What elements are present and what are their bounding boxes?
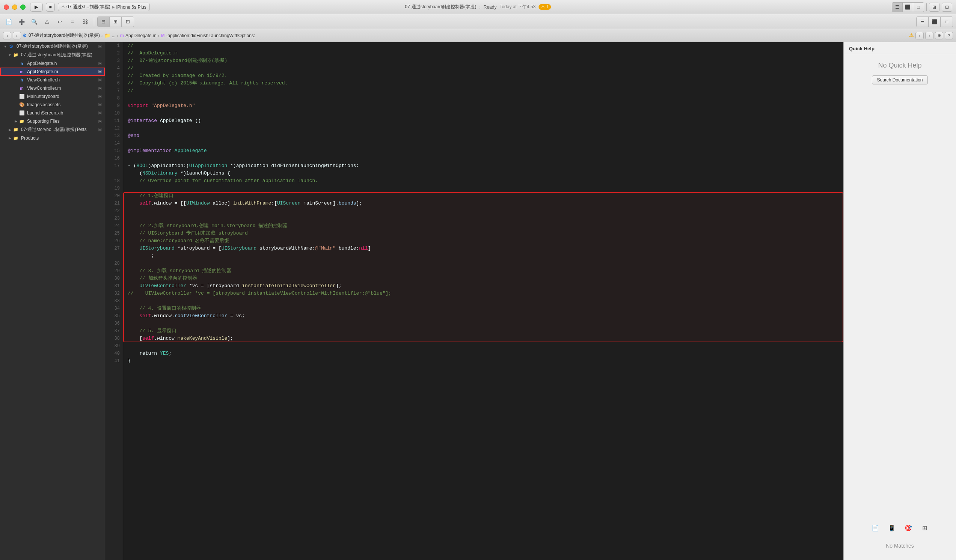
sidebar-item-main-group[interactable]: ▼ 📁 07-通过storyboard创建控制器(掌握) xyxy=(0,51,105,59)
supporting-folder-icon: 📁 xyxy=(19,118,25,124)
inspector-view-btn[interactable]: □ xyxy=(913,3,924,12)
sidebar-item-tests[interactable]: ▶ 📁 07-通过storybo...制器(掌握)Tests M xyxy=(0,125,105,134)
code-line-27b: ; xyxy=(128,252,839,260)
sidebar-item-images-xcassets[interactable]: 🎨 Images.xcassets M xyxy=(0,100,105,109)
file-navigator: ▼ ⚙ 07-通过storyboard创建控制器(掌握) M ▼ 📁 07-通过… xyxy=(0,42,105,560)
scheme-selector[interactable]: ⚠ 07-通过st...制器(掌握) ▶ iPhone 6s Plus xyxy=(58,3,150,11)
root-badge: M xyxy=(98,44,102,49)
line-28: 28 xyxy=(105,260,123,267)
line-14: 14 xyxy=(105,140,123,147)
split-view-btn[interactable]: ⊞ xyxy=(929,3,939,12)
qh-file-icon-btn[interactable]: 📄 xyxy=(870,522,881,533)
sidebar-item-viewcontroller-m[interactable]: m ViewController.m M xyxy=(0,84,105,93)
qh-device-icon-btn[interactable]: 📱 xyxy=(887,522,897,533)
navigator-view-btn[interactable]: ☰ xyxy=(892,3,903,12)
nav-forward-btn[interactable]: › xyxy=(13,32,21,39)
breadcrumb-method[interactable]: M -application:didFinishLaunchingWithOpt… xyxy=(161,33,255,38)
device-name: iPhone 6s Plus xyxy=(116,5,146,10)
maximize-button[interactable] xyxy=(20,5,25,10)
code-content[interactable]: // // AppDelegate.m // 07-通过storyboard创建… xyxy=(123,42,843,560)
m-file-icon-sidebar: m xyxy=(19,69,25,75)
sidebar-item-viewcontroller-h[interactable]: h ViewController.h M xyxy=(0,76,105,84)
code-line-1: // xyxy=(128,42,839,50)
hide-inspector-btn[interactable]: □ xyxy=(940,17,953,27)
code-line-23 xyxy=(128,215,839,222)
run-button[interactable]: ▶ xyxy=(30,3,43,12)
line-40: 40 xyxy=(105,350,123,357)
code-line-12 xyxy=(128,125,839,132)
line-17: 17 xyxy=(105,162,123,169)
code-line-11: @interface AppDelegate () xyxy=(128,117,839,125)
code-line-19 xyxy=(128,185,839,192)
code-line-32: // UIViewController *vc = [stroyboard in… xyxy=(128,290,839,297)
breadcrumb-folder[interactable]: 📁 ... xyxy=(104,33,116,38)
hide-navigator-btn[interactable]: ☰ xyxy=(917,17,929,27)
tests-folder-icon: 📁 xyxy=(13,127,19,133)
code-line-31: UIViewController *vc = [stroyboard insta… xyxy=(128,282,839,290)
sidebar-item-products[interactable]: ▶ 📁 Products xyxy=(0,134,105,142)
quick-help-body: No Quick Help Search Documentation 📄 📱 🎯… xyxy=(844,54,956,560)
editor-view-switcher: ⊟ ⊞ ⊡ xyxy=(97,17,134,27)
close-button[interactable] xyxy=(4,5,9,10)
code-line-28 xyxy=(128,260,839,267)
no-quick-help-text: No Quick Help xyxy=(878,61,921,69)
search-documentation-button[interactable]: Search Documentation xyxy=(872,75,928,85)
prev-issue-btn[interactable]: ‹ xyxy=(915,32,924,39)
sidebar-item-supporting-files[interactable]: ▶ 📁 Supporting Files M xyxy=(0,117,105,125)
line-16: 16 xyxy=(105,155,123,162)
line-7: 7 xyxy=(105,87,123,94)
breadcrumb-method-name: -application:didFinishLaunchingWithOptio… xyxy=(166,33,255,38)
code-line-33 xyxy=(128,297,839,305)
breadcrumb-project[interactable]: ⚙ 07-通过storyboard创建控制器(掌握) xyxy=(22,32,100,39)
add-btn[interactable]: ➕ xyxy=(16,17,27,27)
assistant-editor-btn[interactable]: ⊞ xyxy=(110,17,122,27)
version-editor-btn[interactable]: ⊡ xyxy=(122,17,134,27)
hide-debug-btn[interactable]: ⬛ xyxy=(929,17,940,27)
warning-icon: ⚠ xyxy=(909,32,914,39)
titlebar: ▶ ■ ⚠ 07-通过st...制器(掌握) ▶ iPhone 6s Plus … xyxy=(0,0,956,14)
stop-button[interactable]: ■ xyxy=(46,3,55,12)
search-btn[interactable]: 🔍 xyxy=(28,17,40,27)
sidebar-item-root[interactable]: ▼ ⚙ 07-通过storyboard创建控制器(掌握) M xyxy=(0,42,105,51)
line-10: 10 xyxy=(105,110,123,117)
line-19: 19 xyxy=(105,185,123,192)
line-numbers: 1 2 3 4 5 6 7 8 9 10 11 12 13 14 15 16 1… xyxy=(105,42,123,560)
code-line-26: // name:storyboard 名称不需要后缀 xyxy=(128,237,839,245)
line-34: 34 xyxy=(105,305,123,312)
code-line-30: // 加载箭头指向的控制器 xyxy=(128,275,839,282)
jump-bar-btn[interactable]: ? xyxy=(945,32,953,39)
breadcrumb-file[interactable]: m AppDelegate.m xyxy=(120,33,156,38)
issue-navigator-btn[interactable]: ⚠ xyxy=(41,17,53,27)
break-btn[interactable]: ⛓ xyxy=(80,17,91,27)
titlebar-center: 07-通过storyboard创建控制器(掌握) : Ready Today a… xyxy=(405,4,551,10)
standard-editor-btn[interactable]: ⊟ xyxy=(97,17,110,27)
code-line-35: self.window.rootViewController = vc; xyxy=(128,312,839,320)
code-line-38: [self.window makeKeyAndVisible]; xyxy=(128,335,839,342)
full-view-btn[interactable]: ⊡ xyxy=(942,3,952,12)
sidebar-item-appdelegate-m[interactable]: m AppDelegate.m M xyxy=(0,67,105,76)
next-issue-btn[interactable]: › xyxy=(925,32,934,39)
sidebar-item-main-storyboard[interactable]: ⬜ Main.storyboard M xyxy=(0,93,105,100)
nav-list-btn[interactable]: ≡ xyxy=(67,17,78,27)
undo-btn[interactable]: ↩ xyxy=(54,17,65,27)
sidebar-label-root: 07-通过storyboard创建控制器(掌握) xyxy=(17,43,88,50)
titlebar-controls: ▶ ■ ⚠ 07-通过st...制器(掌握) ▶ iPhone 6s Plus xyxy=(30,3,150,12)
project-icon: ⚙ xyxy=(8,44,14,50)
related-items-btn[interactable]: ⊕ xyxy=(935,32,943,39)
qh-grid-icon-btn[interactable]: ⊞ xyxy=(920,522,930,533)
nav-back-btn[interactable]: ‹ xyxy=(3,32,11,39)
code-editor[interactable]: 1 2 3 4 5 6 7 8 9 10 11 12 13 14 15 16 1… xyxy=(105,42,843,560)
nav-right-btns: ⚠ ‹ › ⊕ ? xyxy=(909,32,953,39)
code-line-15: @implementation AppDelegate xyxy=(128,147,839,155)
quick-help-panel: Quick Help No Quick Help Search Document… xyxy=(843,42,956,560)
line-3: 3 xyxy=(105,57,123,64)
sidebar-item-appdelegate-h[interactable]: h AppDelegate.h M xyxy=(0,59,105,67)
debug-view-btn[interactable]: ⬛ xyxy=(903,3,913,12)
minimize-button[interactable] xyxy=(12,5,17,10)
sidebar-label-main-storyboard: Main.storyboard xyxy=(27,94,59,99)
qh-target-icon-btn[interactable]: 🎯 xyxy=(903,522,914,533)
sidebar-label-supporting-files: Supporting Files xyxy=(27,119,60,124)
sidebar-item-launchscreen-xib[interactable]: ⬜ LaunchScreen.xib M xyxy=(0,109,105,117)
line-17b xyxy=(105,169,123,177)
new-file-btn[interactable]: 📄 xyxy=(3,17,14,27)
